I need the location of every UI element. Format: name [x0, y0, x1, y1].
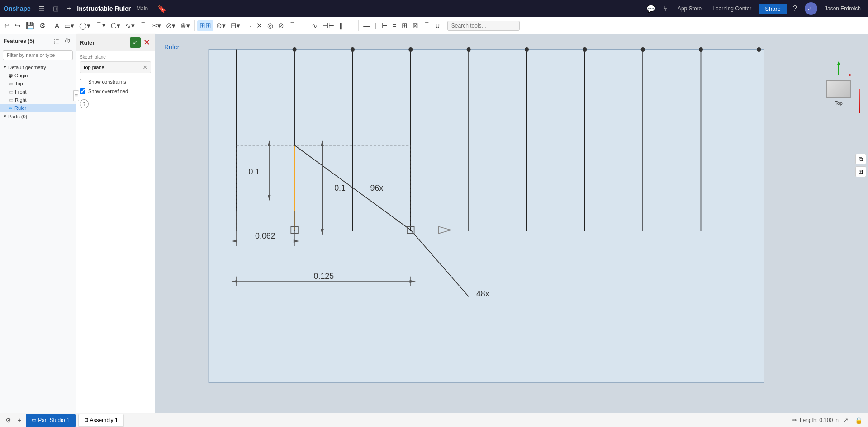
divider-4	[358, 20, 359, 31]
tree-item-right[interactable]: ▭ Right	[0, 96, 76, 104]
top-label: Top	[15, 81, 23, 86]
undo-button[interactable]: ↩	[2, 20, 12, 31]
transform-button[interactable]: ⊟▾	[228, 20, 242, 31]
equal-tool[interactable]: ⊥	[299, 20, 309, 31]
view-cube-box[interactable]: Top	[826, 80, 851, 98]
sidebar-history-icon[interactable]: ⏱	[63, 37, 72, 45]
help-icon[interactable]: ?	[791, 4, 799, 14]
grid-icon[interactable]: ⊞	[51, 4, 61, 14]
show-overdefined-checkbox[interactable]	[80, 88, 85, 94]
feature-confirm-button[interactable]: ✓	[130, 37, 141, 48]
bookmark-icon[interactable]: 🔖	[155, 4, 169, 14]
fix-tool[interactable]: ∿	[309, 20, 320, 31]
show-overdefined-row: Show overdefined	[76, 86, 155, 96]
svg-text:0.1: 0.1	[334, 183, 346, 192]
sidebar-copy-icon[interactable]: ⬚	[52, 37, 61, 45]
view-cube[interactable]: Y Top	[821, 61, 857, 98]
settings-button[interactable]: ⚙	[37, 20, 47, 31]
angle-tool[interactable]: |	[373, 20, 379, 31]
pattern-button[interactable]: ⊞⊞	[197, 20, 213, 31]
tree-item-ruler[interactable]: ✏ Ruler	[0, 104, 76, 112]
svg-point-11	[293, 47, 297, 52]
view-switch-btn-2[interactable]: ⊞	[855, 166, 866, 177]
learning-center-button[interactable]: Learning Center	[709, 5, 755, 13]
add-icon[interactable]: +	[65, 4, 73, 14]
perpendicular-tool[interactable]: ⊥	[346, 20, 356, 31]
canvas[interactable]: Ruler	[155, 34, 868, 413]
filter-input[interactable]	[3, 50, 73, 60]
circle-tool[interactable]: ◯▾	[77, 20, 93, 31]
statusbar-settings-icon[interactable]: ⚙	[4, 416, 13, 425]
collinear-tool[interactable]: ⌒	[421, 20, 432, 31]
share-button[interactable]: Share	[759, 4, 787, 14]
svg-point-15	[525, 47, 529, 52]
divider-3	[245, 20, 245, 31]
branch-label: Main	[136, 5, 148, 12]
top-plane-icon: ▭	[9, 81, 13, 86]
origin-label: Origin	[14, 73, 28, 78]
app-store-button[interactable]: App Store	[674, 5, 705, 13]
redo-button[interactable]: ↪	[13, 20, 23, 31]
spline-tool[interactable]: ∿▾	[123, 20, 137, 31]
sketch-canvas: 0.1 0.062 0.1 96x	[155, 34, 868, 413]
tree-item-origin[interactable]: ● Origin	[0, 71, 76, 80]
show-overdefined-label: Show overdefined	[88, 89, 128, 94]
default-geometry-group[interactable]: ▾ Default geometry	[0, 63, 76, 71]
notes-button[interactable]: ≡	[73, 90, 79, 101]
arc-tool[interactable]: ⌒▾	[93, 20, 108, 31]
resize-icon[interactable]: ⤢	[841, 416, 850, 425]
statusbar-right: ✏ Length: 0.100 in ⤢ 🔒	[792, 416, 864, 425]
parts-group[interactable]: ▾ Parts (0)	[0, 112, 76, 121]
line-tool[interactable]: ⊘	[276, 20, 286, 31]
fillet-tool[interactable]: ⌒	[138, 20, 149, 31]
rect-tool[interactable]: ▭▾	[62, 20, 76, 31]
tangent-tool[interactable]: ⌒	[287, 20, 298, 31]
vert-tool[interactable]: ⊠	[410, 20, 421, 31]
show-constraints-checkbox[interactable]	[80, 79, 85, 84]
svg-point-18	[699, 47, 703, 52]
feature-panel: Ruler ✓ ✕ Sketch plane Top plane ✕ Show …	[76, 34, 155, 413]
statusbar-add-tab-icon[interactable]: +	[16, 416, 23, 425]
view-switch-btn-1[interactable]: ⧉	[855, 154, 866, 164]
onshape-logo[interactable]: Onshape	[4, 5, 31, 12]
equal-constraint[interactable]: =	[390, 20, 399, 31]
point-tool[interactable]: ·	[247, 20, 254, 31]
chat-icon[interactable]: 💬	[644, 4, 658, 14]
dimension-tool[interactable]: —	[361, 20, 372, 31]
sidebar-header-icons: ⬚ ⏱	[52, 37, 72, 45]
statusbar: ⚙ + ▭ Part Studio 1 ⊞ Assembly 1 ✏ Lengt…	[0, 413, 868, 427]
sketch-plane-clear-icon[interactable]: ✕	[142, 64, 148, 71]
parallel-tool[interactable]: ∥	[337, 20, 345, 31]
toolbar: ↩ ↪ 💾 ⚙ A ▭▾ ◯▾ ⌒▾ ⬡▾ ∿▾ ⌒ ✂▾ ⊘▾ ⊛▾ ⊞⊞ ⊙…	[0, 17, 868, 34]
avatar[interactable]: JE	[805, 2, 817, 15]
feature-header: Ruler ✓ ✕	[76, 34, 155, 51]
tree-item-top[interactable]: ▭ Top	[0, 80, 76, 88]
tab-part-studio[interactable]: ▭ Part Studio 1	[26, 414, 75, 427]
feature-title: Ruler	[80, 39, 95, 46]
pattern-group: ⊞⊞ ⊙▾ ⊟▾	[197, 20, 242, 31]
text-tool[interactable]: A	[52, 20, 62, 31]
menu-icon[interactable]: ☰	[36, 4, 47, 14]
polygon-tool[interactable]: ⬡▾	[109, 20, 123, 31]
lock-icon[interactable]: 🔒	[853, 416, 864, 425]
circular-pattern-button[interactable]: ⊙▾	[214, 20, 228, 31]
trim-tool[interactable]: ✂▾	[149, 20, 163, 31]
feature-cancel-button[interactable]: ✕	[142, 37, 151, 48]
search-tools-input[interactable]	[447, 21, 520, 31]
midpoint-tool[interactable]: ◎	[265, 20, 275, 31]
coincident-tool[interactable]: ∪	[433, 20, 442, 31]
help-button[interactable]: ?	[80, 99, 89, 108]
svg-text:96x: 96x	[370, 183, 384, 192]
construction-tool[interactable]: ✕	[254, 20, 265, 31]
symmetric-tool[interactable]: ⊣⊢	[320, 20, 337, 31]
tree-item-front[interactable]: ▭ Front	[0, 88, 76, 96]
divider-5	[445, 20, 445, 31]
feature-header-actions: ✓ ✕	[130, 37, 151, 48]
mirror-tool[interactable]: ⊛▾	[178, 20, 192, 31]
horz-tool[interactable]: ⊞	[399, 20, 410, 31]
branch-icon[interactable]: ⑂	[661, 4, 670, 14]
radius-tool[interactable]: ⊢	[379, 20, 390, 31]
save-button[interactable]: 💾	[24, 20, 37, 31]
offset-tool[interactable]: ⊘▾	[164, 20, 178, 31]
tab-assembly[interactable]: ⊞ Assembly 1	[78, 414, 124, 427]
